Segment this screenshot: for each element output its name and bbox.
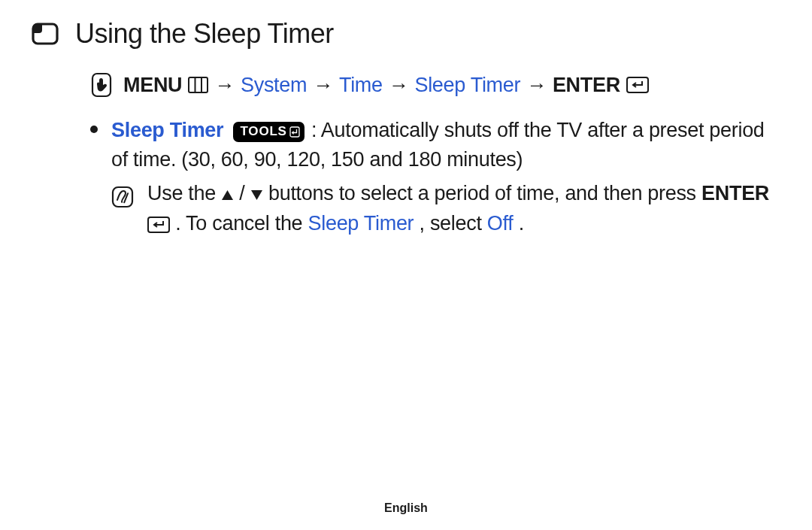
note-off-link: Off (487, 212, 514, 235)
tab-square-icon (32, 23, 59, 45)
enter-key-icon (147, 217, 170, 233)
menu-label: MENU (123, 74, 182, 97)
arrow-2: → (313, 74, 333, 97)
triangle-down-icon (250, 180, 263, 209)
note-pre: Use the (147, 182, 221, 204)
note-mid3: , select (420, 212, 487, 235)
enter-key-icon (626, 77, 649, 93)
note-text: Use the / buttons to select a period of … (147, 179, 780, 238)
svg-rect-6 (290, 127, 299, 137)
note-sleep-timer-link: Sleep Timer (308, 212, 414, 235)
svg-rect-7 (113, 187, 132, 207)
svg-marker-9 (251, 190, 262, 200)
tools-badge: TOOLS (233, 122, 304, 142)
navigation-path: MENU → System → Time → Sleep Timer → ENT… (90, 72, 780, 98)
footer-language: English (0, 501, 812, 515)
svg-rect-2 (189, 77, 208, 92)
feature-bullet: Sleep Timer TOOLS : Automatically shuts … (90, 116, 780, 239)
note-slash: / (239, 182, 244, 204)
note-icon (111, 186, 134, 208)
path-sleep-timer: Sleep Timer (414, 74, 520, 97)
feature-name: Sleep Timer (111, 119, 223, 141)
bullet-dot-icon (90, 116, 98, 239)
note-mid2: . To cancel the (175, 212, 308, 235)
page-title: Using the Sleep Timer (75, 18, 334, 50)
note-period: . (519, 212, 524, 235)
arrow-3: → (389, 74, 409, 97)
path-system: System (241, 74, 307, 97)
triangle-up-icon (221, 180, 234, 209)
note-row: Use the / buttons to select a period of … (111, 179, 780, 238)
tools-badge-label: TOOLS (240, 123, 286, 141)
arrow-1: → (214, 74, 235, 97)
svg-marker-8 (222, 190, 233, 200)
hand-touch-icon (90, 72, 113, 98)
arrow-4: → (526, 74, 547, 97)
bullet-body: Sleep Timer TOOLS : Automatically shuts … (111, 116, 780, 239)
title-row: Using the Sleep Timer (32, 18, 780, 50)
path-time: Time (339, 74, 383, 97)
menu-grid-icon (188, 77, 208, 93)
note-mid1: buttons to select a period of time, and … (268, 182, 701, 204)
enter-label: ENTER (553, 74, 620, 97)
note-enter-label: ENTER (701, 182, 769, 204)
